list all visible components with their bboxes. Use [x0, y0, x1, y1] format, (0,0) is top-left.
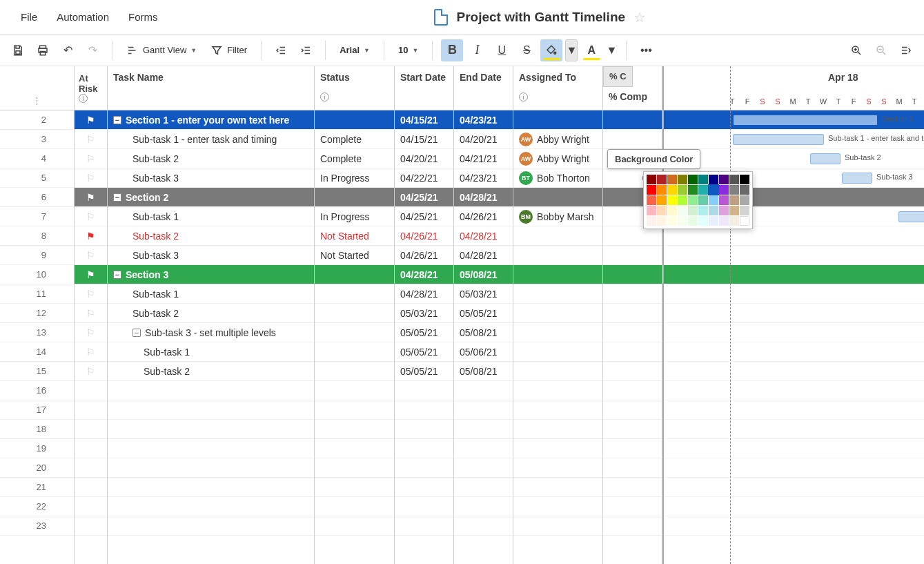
- end-date-cell[interactable]: 05/08/21: [454, 362, 513, 381]
- at-risk-cell[interactable]: ⚐: [75, 342, 107, 362]
- assigned-cell[interactable]: [513, 265, 602, 284]
- color-swatch[interactable]: [740, 185, 749, 195]
- complete-cell[interactable]: [603, 323, 662, 342]
- end-date-cell[interactable]: 05/05/21: [454, 304, 513, 323]
- assigned-cell[interactable]: [513, 420, 602, 439]
- status-cell[interactable]: [315, 188, 394, 207]
- status-cell[interactable]: In Progress: [315, 207, 394, 226]
- color-swatch[interactable]: [657, 175, 667, 184]
- color-swatch[interactable]: [688, 216, 698, 226]
- task-cell[interactable]: Sub-task 1: [108, 284, 314, 304]
- complete-cell[interactable]: [603, 110, 662, 130]
- status-cell[interactable]: [315, 458, 394, 478]
- complete-cell[interactable]: [603, 226, 662, 246]
- color-swatch[interactable]: [647, 185, 656, 195]
- end-date-cell[interactable]: 04/23/21: [454, 110, 513, 130]
- complete-cell[interactable]: [603, 420, 662, 439]
- color-swatch[interactable]: [719, 206, 729, 215]
- gantt-bar[interactable]: [733, 115, 878, 126]
- start-date-header[interactable]: Start Date: [395, 66, 453, 110]
- end-date-cell[interactable]: [454, 478, 513, 497]
- gantt-bar[interactable]: [810, 153, 841, 164]
- row-number[interactable]: 22: [0, 497, 74, 516]
- status-header[interactable]: Statusi: [315, 66, 394, 110]
- at-risk-header[interactable]: At Risk i: [75, 66, 107, 110]
- fill-color-dropdown[interactable]: ▼: [565, 39, 578, 61]
- collapse-icon[interactable]: −: [113, 116, 121, 124]
- color-swatch[interactable]: [729, 216, 739, 226]
- status-cell[interactable]: Complete: [315, 149, 394, 168]
- bold-button[interactable]: B: [441, 39, 463, 61]
- status-cell[interactable]: [315, 265, 394, 284]
- end-date-cell[interactable]: [454, 458, 513, 478]
- color-swatch[interactable]: [667, 175, 677, 184]
- status-cell[interactable]: In Progress: [315, 168, 394, 188]
- assigned-cell[interactable]: [513, 323, 602, 342]
- end-date-cell[interactable]: [454, 420, 513, 439]
- at-risk-cell[interactable]: ⚑: [75, 188, 107, 207]
- at-risk-cell[interactable]: ⚐: [75, 284, 107, 304]
- complete-cell[interactable]: [603, 284, 662, 304]
- row-number[interactable]: 6: [0, 188, 74, 207]
- assigned-cell[interactable]: [513, 478, 602, 497]
- status-cell[interactable]: [315, 439, 394, 458]
- color-swatch[interactable]: [688, 185, 698, 195]
- color-swatch[interactable]: [709, 206, 718, 215]
- at-risk-cell[interactable]: ⚐: [75, 362, 107, 381]
- color-swatch[interactable]: [740, 195, 749, 205]
- start-date-cell[interactable]: [395, 381, 453, 400]
- status-cell[interactable]: [315, 516, 394, 536]
- complete-header[interactable]: % C % Comp: [603, 66, 662, 110]
- task-cell[interactable]: Sub-task 3: [108, 246, 314, 265]
- assigned-cell[interactable]: [513, 381, 602, 400]
- row-number[interactable]: 4: [0, 149, 74, 168]
- end-date-cell[interactable]: 05/08/21: [454, 265, 513, 284]
- color-swatch[interactable]: [740, 175, 749, 184]
- assigned-cell[interactable]: [513, 497, 602, 516]
- color-swatch[interactable]: [678, 206, 687, 215]
- end-date-cell[interactable]: 04/28/21: [454, 246, 513, 265]
- page-title[interactable]: Project with Gantt Timeline: [456, 10, 625, 25]
- color-swatch[interactable]: [709, 175, 718, 184]
- row-number[interactable]: 2: [0, 110, 74, 130]
- start-date-cell[interactable]: 04/28/21: [395, 265, 453, 284]
- assigned-cell[interactable]: BMBobby Marsh: [513, 207, 602, 226]
- color-swatch[interactable]: [719, 175, 729, 184]
- end-date-cell[interactable]: [454, 381, 513, 400]
- end-date-cell[interactable]: [454, 497, 513, 516]
- at-risk-cell[interactable]: ⚐: [75, 207, 107, 226]
- at-risk-cell[interactable]: ⚑: [75, 265, 107, 284]
- menu-file[interactable]: File: [11, 7, 47, 27]
- status-cell[interactable]: [315, 110, 394, 130]
- row-number[interactable]: 12: [0, 304, 74, 323]
- end-date-cell[interactable]: [454, 439, 513, 458]
- color-swatch[interactable]: [729, 206, 739, 215]
- start-date-cell[interactable]: [395, 478, 453, 497]
- task-cell[interactable]: Sub-task 2: [108, 304, 314, 323]
- zoom-in-button[interactable]: [845, 39, 867, 61]
- color-swatch[interactable]: [698, 216, 708, 226]
- end-date-cell[interactable]: 04/28/21: [454, 226, 513, 246]
- assigned-cell[interactable]: [513, 516, 602, 536]
- status-cell[interactable]: [315, 400, 394, 420]
- complete-cell[interactable]: [603, 342, 662, 362]
- at-risk-cell[interactable]: [75, 497, 107, 516]
- assigned-cell[interactable]: [513, 246, 602, 265]
- color-swatch[interactable]: [657, 195, 667, 205]
- complete-cell[interactable]: [603, 497, 662, 516]
- underline-button[interactable]: U: [491, 39, 513, 61]
- end-date-cell[interactable]: 04/28/21: [454, 188, 513, 207]
- gantt-bar[interactable]: [733, 134, 824, 145]
- color-swatch[interactable]: [729, 175, 739, 184]
- color-swatch[interactable]: [709, 216, 718, 226]
- more-button[interactable]: •••: [635, 39, 657, 61]
- assigned-cell[interactable]: [513, 439, 602, 458]
- at-risk-cell[interactable]: ⚐: [75, 130, 107, 149]
- start-date-cell[interactable]: 04/25/21: [395, 188, 453, 207]
- color-swatch[interactable]: [729, 185, 739, 195]
- end-date-cell[interactable]: [454, 400, 513, 420]
- color-swatch[interactable]: [729, 195, 739, 205]
- start-date-cell[interactable]: [395, 516, 453, 536]
- expand-button[interactable]: [895, 39, 917, 61]
- start-date-cell[interactable]: 05/05/21: [395, 323, 453, 342]
